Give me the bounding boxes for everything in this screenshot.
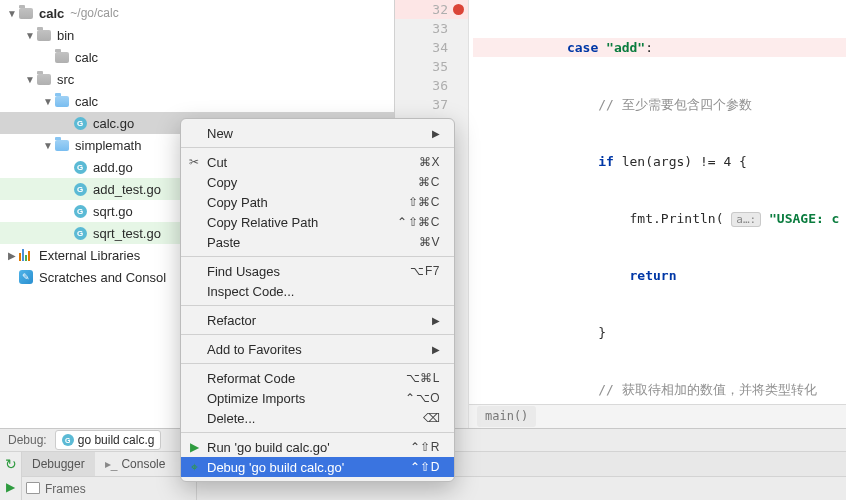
breakpoint-icon[interactable] bbox=[453, 4, 464, 15]
context-menu: New▶✂Cut⌘XCopy⌘CCopy Path⇧⌘CCopy Relativ… bbox=[180, 118, 455, 482]
submenu-arrow-icon: ▶ bbox=[432, 344, 440, 355]
menu-separator bbox=[181, 305, 454, 306]
code-line[interactable]: case "add": bbox=[473, 38, 846, 57]
menu-shortcut: ⇧⌘C bbox=[408, 195, 440, 209]
gutter-line[interactable]: 37 bbox=[395, 95, 468, 114]
menu-item-label: Refactor bbox=[207, 313, 256, 328]
menu-item-label: Add to Favorites bbox=[207, 342, 302, 357]
menu-item[interactable]: Paste⌘V bbox=[181, 232, 454, 252]
run-configuration[interactable]: G go build calc.g bbox=[55, 430, 162, 450]
code-line[interactable]: } bbox=[473, 323, 846, 342]
menu-item[interactable]: Copy⌘C bbox=[181, 172, 454, 192]
menu-separator bbox=[181, 363, 454, 364]
code-line[interactable]: // 至少需要包含四个参数 bbox=[473, 95, 846, 114]
gutter-line[interactable]: 32 bbox=[395, 0, 468, 19]
menu-item-label: Reformat Code bbox=[207, 371, 295, 386]
menu-item[interactable]: Reformat Code⌥⌘L bbox=[181, 368, 454, 388]
menu-item[interactable]: ▶Run 'go build calc.go'⌃⇧R bbox=[181, 437, 454, 457]
folded-param[interactable]: a…: bbox=[731, 212, 761, 227]
menu-item-label: Find Usages bbox=[207, 264, 280, 279]
scissors-icon: ✂ bbox=[187, 155, 201, 169]
chevron-down-icon[interactable]: ▼ bbox=[24, 74, 36, 85]
gutter-line[interactable]: 35 bbox=[395, 57, 468, 76]
debug-side-toolbar: ↻ ▶ bbox=[0, 452, 22, 500]
folder-icon bbox=[37, 30, 51, 41]
menu-item-label: Copy bbox=[207, 175, 237, 190]
gutter-line[interactable]: 36 bbox=[395, 76, 468, 95]
tab-console[interactable]: ▸_Console bbox=[95, 452, 176, 476]
tree-node[interactable]: ▼bin bbox=[0, 24, 394, 46]
code-editor[interactable]: case "add": // 至少需要包含四个参数 if len(args) !… bbox=[469, 0, 846, 428]
chevron-down-icon[interactable]: ▼ bbox=[42, 140, 54, 151]
tree-node-label: sqrt_test.go bbox=[93, 226, 161, 241]
tree-node[interactable]: ▼calc bbox=[0, 90, 394, 112]
breadcrumb[interactable]: main() bbox=[469, 404, 846, 428]
menu-item[interactable]: Refactor▶ bbox=[181, 310, 454, 330]
gutter-line[interactable]: 33 bbox=[395, 19, 468, 38]
go-icon: G bbox=[62, 434, 74, 446]
rerun-icon[interactable]: ↻ bbox=[5, 456, 17, 472]
menu-item-label: Cut bbox=[207, 155, 227, 170]
run-icon: ▶ bbox=[187, 440, 201, 454]
frames-icon bbox=[28, 484, 40, 494]
tree-node-label: src bbox=[57, 72, 74, 87]
menu-item[interactable]: Optimize Imports⌃⌥O bbox=[181, 388, 454, 408]
menu-separator bbox=[181, 334, 454, 335]
project-path: ~/go/calc bbox=[70, 6, 118, 20]
menu-item[interactable]: Copy Path⇧⌘C bbox=[181, 192, 454, 212]
menu-item[interactable]: Add to Favorites▶ bbox=[181, 339, 454, 359]
code-line[interactable]: fmt.Println( a…: "USAGE: c bbox=[473, 209, 846, 228]
code-line[interactable]: // 获取待相加的数值，并将类型转化 bbox=[473, 380, 846, 399]
menu-item-label: Debug 'go build calc.go' bbox=[207, 460, 344, 475]
debug-title: Debug: bbox=[0, 433, 55, 447]
submenu-arrow-icon: ▶ bbox=[432, 315, 440, 326]
tree-node[interactable]: calc bbox=[0, 46, 394, 68]
menu-item[interactable]: Inspect Code... bbox=[181, 281, 454, 301]
menu-item[interactable]: Delete...⌫ bbox=[181, 408, 454, 428]
tab-debugger[interactable]: Debugger bbox=[22, 452, 95, 476]
tree-node-label: calc bbox=[75, 50, 98, 65]
menu-item-label: Run 'go build calc.go' bbox=[207, 440, 330, 455]
menu-separator bbox=[181, 432, 454, 433]
submenu-arrow-icon: ▶ bbox=[432, 128, 440, 139]
tree-node[interactable]: ▼src bbox=[0, 68, 394, 90]
resume-icon[interactable]: ▶ bbox=[6, 480, 15, 494]
tree-node-label: External Libraries bbox=[39, 248, 140, 263]
chevron-right-icon[interactable]: ▶ bbox=[6, 250, 18, 261]
menu-shortcut: ⌥⌘L bbox=[406, 371, 440, 385]
go-file-icon: G bbox=[74, 117, 87, 130]
go-file-icon: G bbox=[74, 183, 87, 196]
menu-item[interactable]: New▶ bbox=[181, 123, 454, 143]
tree-node-root[interactable]: ▼ calc ~/go/calc bbox=[0, 2, 394, 24]
tree-node-label: calc bbox=[39, 6, 64, 21]
chevron-down-icon[interactable]: ▼ bbox=[42, 96, 54, 107]
menu-separator bbox=[181, 256, 454, 257]
menu-item-label: Inspect Code... bbox=[207, 284, 294, 299]
library-icon bbox=[19, 249, 33, 261]
chevron-down-icon[interactable]: ▼ bbox=[24, 30, 36, 41]
menu-item[interactable]: ✂Cut⌘X bbox=[181, 152, 454, 172]
module-icon bbox=[55, 96, 69, 107]
frames-label: Frames bbox=[45, 482, 86, 496]
folder-icon bbox=[37, 74, 51, 85]
menu-item[interactable]: Copy Relative Path⌃⇧⌘C bbox=[181, 212, 454, 232]
menu-shortcut: ⌘X bbox=[419, 155, 440, 169]
menu-item-label: New bbox=[207, 126, 233, 141]
frames-header[interactable]: Frames bbox=[22, 477, 196, 500]
chevron-down-icon[interactable]: ▼ bbox=[6, 8, 18, 19]
go-file-icon: G bbox=[74, 227, 87, 240]
tree-node-label: calc bbox=[75, 94, 98, 109]
bug-icon: ⌖ bbox=[187, 460, 201, 474]
go-file-icon: G bbox=[74, 205, 87, 218]
menu-item-label: Copy Relative Path bbox=[207, 215, 318, 230]
menu-item[interactable]: Find Usages⌥F7 bbox=[181, 261, 454, 281]
code-line[interactable]: if len(args) != 4 { bbox=[473, 152, 846, 171]
folder-icon bbox=[55, 52, 69, 63]
gutter-line[interactable]: 34 bbox=[395, 38, 468, 57]
tree-node-label: add_test.go bbox=[93, 182, 161, 197]
tree-node-label: Scratches and Consol bbox=[39, 270, 166, 285]
tree-node-label: bin bbox=[57, 28, 74, 43]
menu-item[interactable]: ⌖Debug 'go build calc.go'⌃⇧D bbox=[181, 457, 454, 477]
menu-shortcut: ⌘C bbox=[418, 175, 440, 189]
code-line[interactable]: return bbox=[473, 266, 846, 285]
